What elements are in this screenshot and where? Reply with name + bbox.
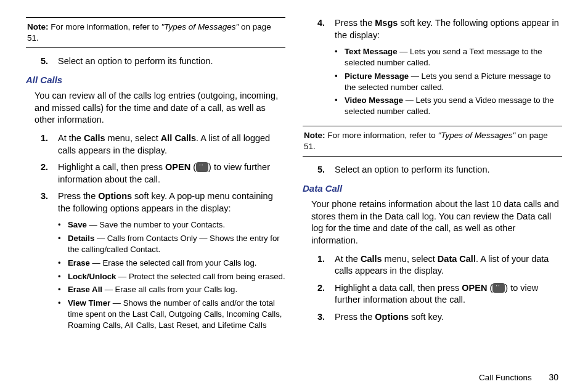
b: Erase — [68, 258, 90, 267]
step-text: Press the Msgs soft key. The following o… — [335, 17, 562, 41]
all-calls-step-3: 3. Press the Options soft key. A pop-up … — [41, 190, 285, 214]
all-calls-step-1: 1. At the Calls menu, select All Calls. … — [41, 133, 285, 157]
option-erase-all: •Erase All — Erase all calls from your C… — [58, 284, 285, 295]
t: soft key. — [409, 312, 444, 322]
b: Text Message — [345, 47, 398, 56]
step-number: 3. — [41, 190, 52, 214]
data-call-step-1: 1. At the Calls menu, select Data Call. … — [317, 253, 562, 277]
step-4-right: 4. Press the Msgs soft key. The followin… — [317, 17, 562, 41]
bullet-dot: • — [58, 271, 63, 282]
step-number: 4. — [317, 17, 329, 41]
option-view-timer: •View Timer — Shows the number of calls … — [58, 298, 285, 330]
bullet-dot: • — [58, 219, 63, 231]
t: — Erase the selected call from your Call… — [90, 258, 256, 267]
option-text-message: •Text Message — Lets you send a Text mes… — [335, 46, 562, 68]
option-details: •Details — Calls from Contacts Only — Sh… — [58, 233, 285, 255]
t: ( — [487, 283, 492, 293]
note-box-left: Note: For more information, refer to "Ty… — [26, 17, 285, 48]
data-call-step-2: 2. Highlight a data call, then press OPE… — [317, 282, 562, 306]
b: Msgs — [375, 18, 398, 28]
section-data-call: Data Call — [303, 182, 562, 195]
step-text: At the Calls menu, select Data Call. A l… — [335, 253, 562, 277]
step-number: 2. — [41, 161, 52, 186]
step-text: Select an option to perform its function… — [58, 55, 213, 68]
step-number: 5. — [317, 164, 329, 176]
step-text: Highlight a data call, then press OPEN (… — [335, 282, 562, 306]
b: Picture Message — [345, 71, 409, 81]
t: menu, select — [105, 133, 161, 143]
footer-section-label: Call Functions — [479, 373, 532, 382]
step-text: Press the Options soft key. — [335, 311, 444, 324]
note-quote: "Types of Messages" — [161, 22, 239, 31]
b: Calls — [84, 133, 105, 143]
all-calls-intro: You can review all of the calls log entr… — [35, 90, 285, 126]
b: View Timer — [68, 298, 110, 308]
data-call-step-3: 3. Press the Options soft key. — [317, 311, 562, 324]
note-text-pre: For more information, refer to — [325, 131, 438, 140]
data-call-intro: Your phone retains information about the… — [311, 198, 562, 247]
step-number: 1. — [41, 133, 52, 157]
open-key-icon — [492, 283, 505, 293]
b: Save — [68, 220, 87, 229]
page-footer: Call Functions 30 — [0, 370, 588, 382]
all-calls-step-2: 2. Highlight a call, then press OPEN () … — [41, 161, 285, 186]
t: Press the — [58, 191, 98, 201]
bullet-dot: • — [58, 233, 63, 255]
bullet-dot: • — [335, 95, 340, 117]
option-text: Picture Message — Lets you send a Pictur… — [345, 71, 562, 93]
b: Data Call — [438, 254, 476, 264]
b: Video Message — [345, 96, 403, 105]
t: Press the — [335, 312, 375, 322]
option-save: •Save — Save the number to your Contacts… — [58, 219, 285, 231]
right-column: 4. Press the Msgs soft key. The followin… — [303, 17, 562, 370]
note-text-pre: For more information, refer to — [49, 22, 161, 31]
option-text: Text Message — Lets you send a Text mess… — [345, 46, 562, 68]
b: Lock/Unlock — [68, 272, 116, 281]
option-erase: •Erase — Erase the selected call from yo… — [58, 258, 285, 269]
b: OPEN — [462, 283, 487, 293]
option-picture-message: •Picture Message — Lets you send a Pictu… — [335, 71, 562, 93]
section-all-calls: All Calls — [26, 74, 285, 86]
step-text: At the Calls menu, select All Calls. A l… — [58, 133, 285, 157]
t: Press the — [335, 18, 375, 28]
t: At the — [335, 254, 361, 264]
note-quote: "Types of Messages" — [438, 131, 516, 140]
option-text: Erase All — Erase all calls from your Ca… — [68, 284, 237, 295]
page-columns: Note: For more information, refer to "Ty… — [0, 0, 588, 370]
t: Highlight a data call, then press — [335, 283, 462, 293]
b: Details — [68, 234, 94, 243]
step-text: Press the Options soft key. A pop-up men… — [58, 190, 285, 214]
option-text: Save — Save the number to your Contacts. — [68, 219, 225, 231]
b: Options — [98, 191, 132, 201]
t: Highlight a call, then press — [58, 162, 165, 172]
t: — Erase all calls from your Calls log. — [102, 285, 237, 294]
t: — Protect the selected call from being e… — [116, 272, 285, 281]
option-text: Erase — Erase the selected call from you… — [68, 258, 256, 269]
open-key-icon — [196, 162, 208, 172]
option-lock: •Lock/Unlock — Protect the selected call… — [58, 271, 285, 282]
option-video-message: •Video Message — Lets you send a Video m… — [335, 95, 562, 117]
t: At the — [58, 133, 84, 143]
t: — Save the number to your Contacts. — [87, 220, 225, 229]
step-5-right: 5. Select an option to perform its funct… — [317, 164, 562, 176]
option-text: Video Message — Lets you send a Video me… — [345, 95, 562, 117]
b: Options — [375, 312, 409, 322]
bullet-dot: • — [335, 71, 340, 93]
note-label: Note: — [27, 22, 49, 31]
note-box-right: Note: For more information, refer to "Ty… — [303, 126, 562, 157]
left-column: Note: For more information, refer to "Ty… — [26, 17, 285, 370]
note-label: Note: — [304, 131, 325, 140]
option-text: View Timer — Shows the number of calls a… — [68, 298, 285, 330]
t: — Calls from Contacts Only — Shows the e… — [68, 234, 280, 254]
step-text: Highlight a call, then press OPEN () to … — [58, 161, 285, 186]
bullet-dot: • — [58, 258, 63, 269]
step-number: 1. — [317, 253, 329, 277]
step-number: 5. — [41, 55, 52, 68]
option-text: Lock/Unlock — Protect the selected call … — [68, 271, 285, 282]
step-5-left: 5. Select an option to perform its funct… — [41, 55, 285, 68]
bullet-dot: • — [335, 46, 340, 68]
bullet-dot: • — [58, 284, 63, 295]
t: ( — [190, 162, 196, 172]
b: All Calls — [161, 133, 196, 143]
option-text: Details — Calls from Contacts Only — Sho… — [68, 233, 285, 255]
